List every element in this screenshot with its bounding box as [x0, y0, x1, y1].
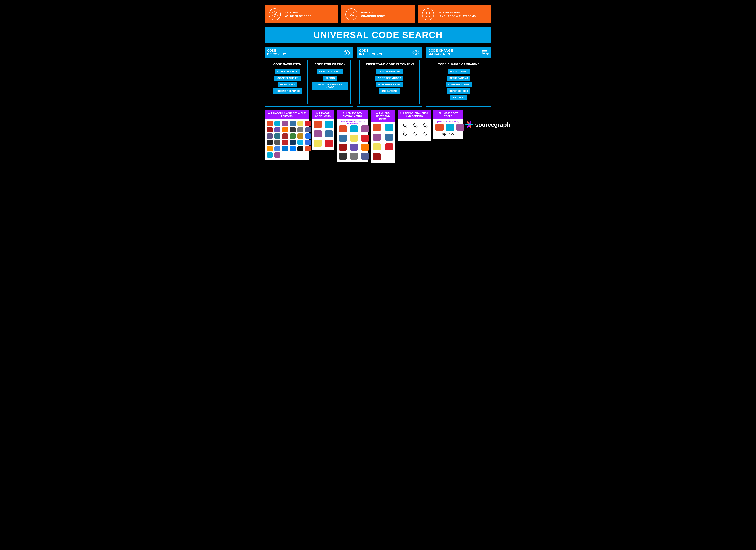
logo-onion	[297, 140, 303, 145]
pill: SECURITY	[450, 95, 467, 100]
logo-vim	[339, 144, 347, 151]
logo-bitbucket	[314, 140, 322, 147]
logo-fork	[421, 122, 429, 129]
pill: FIND REFERENCES	[376, 82, 403, 87]
challenge-card-changing: RAPIDLY CHANGING CODE	[341, 5, 415, 23]
svg-point-48	[423, 132, 424, 133]
pill: FASTER ANSWERS	[376, 69, 403, 74]
binoculars-icon	[343, 50, 351, 55]
pill: SAVED SEARCHES	[317, 69, 343, 74]
subbox-title: UNDERSTAND CODE IN CONTEXT	[365, 63, 414, 66]
logo-open-source	[401, 122, 409, 129]
logo-merge	[401, 130, 409, 137]
subbox-understand: UNDERSTAND CODE IN CONTEXT FASTER ANSWER…	[359, 60, 420, 104]
svg-point-41	[426, 126, 427, 127]
svg-rect-19	[429, 16, 431, 17]
svg-point-46	[413, 132, 414, 133]
card-body	[265, 119, 309, 160]
logo-phabricator	[314, 130, 322, 137]
window-gear-icon	[481, 50, 489, 55]
logo-java	[267, 121, 273, 126]
pillar-body: CODE NAVIGATION AD-HOC QUERIES USAGE EXA…	[265, 58, 353, 107]
logo-diff	[421, 130, 429, 137]
splunk-logo: splunk>	[435, 132, 461, 136]
pillar-intelligence: CODE INTELLIGENCE UNDERSTAND CODE IN CON…	[357, 47, 422, 107]
logo-js	[297, 121, 303, 126]
integrations-row: ALL MAJOR LANGUAGES & FILE FORMATS ALL M…	[265, 110, 491, 163]
pill: ONBOARDING	[379, 88, 400, 94]
card-note: [ MORE WITH EXTENSIONS ]	[435, 121, 461, 123]
pill: MONITOR SERVICES USAGE	[312, 82, 348, 90]
pill: CONFIGURATIONS	[446, 82, 472, 87]
logo-rust	[297, 127, 303, 132]
pillar-discovery: CODE DISCOVERY CODE NAVIGATION AD-HOC QU…	[265, 47, 353, 107]
logo-sublime	[361, 144, 369, 151]
logo-haskell	[274, 133, 280, 139]
pillar-header: CODE INTELLIGENCE	[357, 47, 422, 58]
card-note: [ MORE WITH BROWSER AND API EXTENSIONS ]	[339, 121, 366, 124]
challenge-label: RAPIDLY CHANGING CODE	[361, 11, 385, 18]
card-title: ALL MAJOR DEV ENVIRONMENTS	[337, 110, 368, 119]
logo-pycharm	[350, 153, 358, 160]
logo-pascal	[267, 146, 273, 151]
svg-point-44	[403, 132, 404, 133]
pillar-change: CODE CHANGE MANAGEMENT CODE CHANGE CAMPA…	[426, 47, 491, 107]
logo-chrome	[361, 125, 369, 132]
logo-grid	[435, 124, 461, 131]
logo-cuda	[297, 146, 303, 151]
pillar-title: CODE DISCOVERY	[267, 49, 286, 56]
svg-point-31	[487, 53, 488, 54]
svg-point-36	[403, 123, 404, 124]
logo-lua	[305, 146, 311, 151]
pillar-body: CODE CHANGE CAMPAIGNS REFACTORING DEPREC…	[426, 58, 491, 107]
logo-clion	[350, 135, 358, 142]
logo-github	[325, 121, 333, 128]
card-body: [ MORE WITH EXTENSIONS ] splunk>	[433, 119, 463, 139]
card-title: ALL MAJOR CODE HOSTS	[312, 110, 334, 119]
logo-grid	[400, 121, 429, 138]
logo-dart	[305, 140, 311, 145]
card-title: ALL MAJOR LANGUAGES & FILE FORMATS	[265, 110, 309, 119]
sourcegraph-logo: sourcegraph	[465, 121, 510, 128]
pill: DEPENDENCIES	[447, 88, 470, 94]
text: PROLIFERATING	[438, 11, 476, 14]
logo-kubernetes	[385, 124, 393, 131]
logo-ruby	[267, 127, 273, 132]
svg-point-49	[426, 135, 427, 136]
text: LANGUAGES & PLATFORMS	[438, 14, 476, 18]
subbox-title: CODE EXPLORATION	[315, 63, 346, 66]
logo-grid	[373, 124, 393, 160]
card-dev-envs: ALL MAJOR DEV ENVIRONMENTS [ MORE WITH B…	[337, 110, 368, 162]
logo-lightstep	[456, 124, 464, 131]
card-code-hosts: ALL MAJOR CODE HOSTS	[312, 110, 334, 150]
logo-perl	[267, 140, 273, 145]
pill: DEBUGGING	[278, 82, 297, 87]
svg-point-21	[347, 51, 350, 54]
logo-gitlab	[314, 121, 322, 128]
network-icon	[269, 8, 281, 20]
logo-review	[325, 130, 333, 137]
svg-point-39	[416, 126, 417, 127]
card-title: ALL REPOS, BRANCHES, AND COMMITS	[398, 110, 431, 119]
logo-r	[267, 152, 273, 158]
logo-powershell	[290, 140, 296, 145]
logo-kotlin	[267, 133, 273, 139]
eye-code-icon	[412, 50, 420, 55]
pillar-header: CODE CHANGE MANAGEMENT	[426, 47, 491, 58]
logo-clojure	[274, 152, 280, 158]
subbox-campaigns: CODE CHANGE CAMPAIGNS REFACTORING DEPREC…	[429, 60, 489, 104]
svg-rect-18	[425, 16, 427, 17]
logo-datadog	[446, 124, 454, 131]
logo-grid	[267, 121, 307, 158]
pill: GO TO DEFINITIONS	[375, 76, 404, 81]
logo-goland	[361, 153, 369, 160]
logo-php	[305, 127, 311, 132]
logo-ocaml	[305, 133, 311, 139]
card-body	[398, 119, 431, 141]
brand-area: sourcegraph	[465, 110, 510, 128]
logo-swift	[282, 127, 288, 132]
pillar-body: UNDERSTAND CODE IN CONTEXT FASTER ANSWER…	[357, 58, 422, 107]
pillar-title: CODE INTELLIGENCE	[359, 49, 383, 56]
svg-rect-13	[427, 12, 429, 14]
card-cloud: ALL CLOUD HOSTS AND INFRA	[371, 110, 395, 163]
